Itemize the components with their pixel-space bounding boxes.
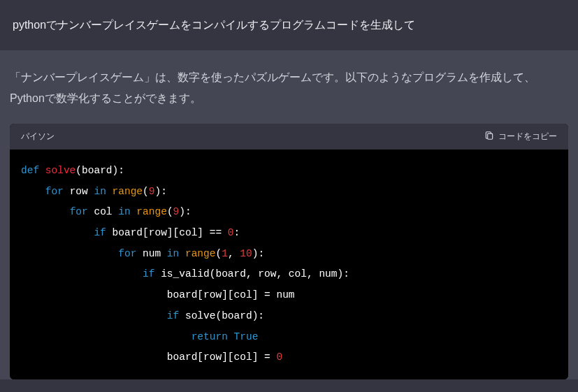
- code-block: パイソン コードをコピー def solve(board): for row i…: [10, 124, 568, 379]
- assistant-message: 「ナンバープレイスゲーム」は、数字を使ったパズルゲームです。以下のようなプログラ…: [0, 50, 578, 379]
- assistant-intro-text: 「ナンバープレイスゲーム」は、数字を使ったパズルゲームです。以下のようなプログラ…: [10, 67, 568, 110]
- copy-code-label: コードをコピー: [498, 131, 557, 143]
- svg-rect-0: [488, 133, 493, 139]
- code-language-label: パイソン: [21, 131, 55, 143]
- user-message-text: pythonでナンバープレイスゲームをコンパイルするプログラムコードを生成して: [13, 19, 415, 31]
- user-message: pythonでナンバープレイスゲームをコンパイルするプログラムコードを生成して: [0, 0, 578, 50]
- code-header: パイソン コードをコピー: [10, 124, 568, 150]
- clipboard-icon: [484, 131, 494, 143]
- copy-code-button[interactable]: コードをコピー: [484, 131, 557, 143]
- code-content[interactable]: def solve(board): for row in range(9): f…: [10, 150, 568, 379]
